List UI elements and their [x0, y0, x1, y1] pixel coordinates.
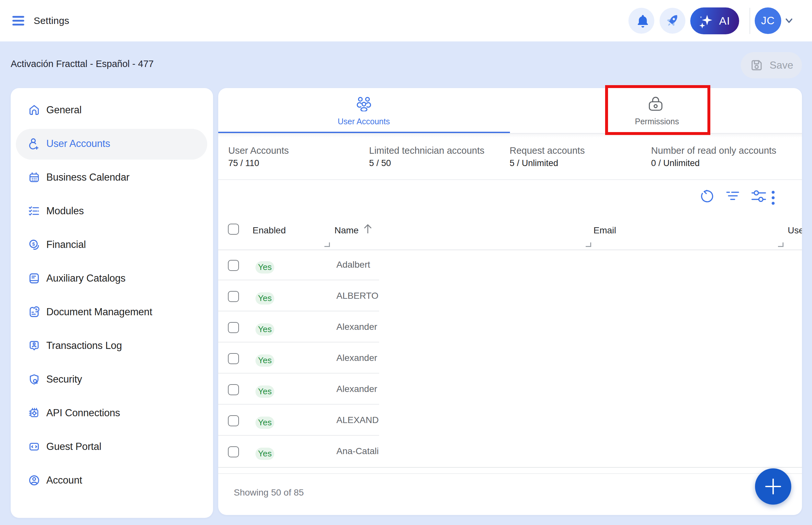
svg-text:$: $ [32, 241, 35, 246]
